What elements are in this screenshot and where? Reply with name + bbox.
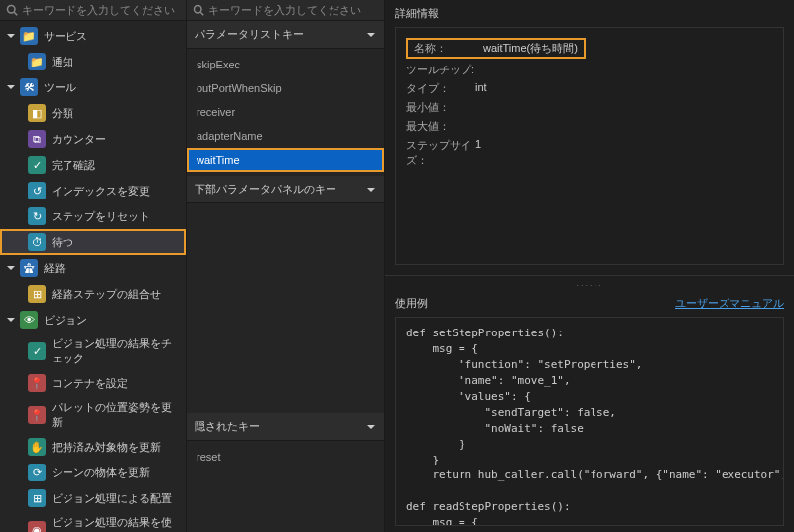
tree-node[interactable]: 📍コンテナを設定 — [0, 370, 186, 396]
chevron-down-icon — [366, 30, 376, 40]
tree-node[interactable]: ↺インデックスを変更 — [0, 178, 186, 203]
tree-node[interactable]: ⏱待つ — [0, 229, 186, 255]
tree-group-header[interactable]: 👁ビジョン — [0, 307, 186, 332]
param-list-title: パラメータリストキー — [195, 27, 304, 42]
node-label: 完了確認 — [52, 158, 95, 173]
detail-section: 詳細情報 名称： waitTime(待ち時間) ツールチップ: タイプ：int … — [385, 0, 794, 276]
sidebar-search[interactable] — [0, 0, 186, 21]
param-item[interactable]: skipExec — [187, 53, 384, 76]
hidden-item[interactable]: reset — [187, 445, 384, 468]
node-icon: ⟳ — [28, 464, 46, 481]
chevron-down-icon — [6, 31, 16, 41]
param-item[interactable]: outPortWhenSkip — [187, 76, 384, 100]
tree-node[interactable]: ⊞ビジョン処理による配置 — [0, 485, 186, 511]
detail-box: 名称： waitTime(待ち時間) ツールチップ: タイプ：int 最小値： … — [395, 27, 784, 265]
node-icon: 📍 — [28, 406, 46, 424]
tree-group-header[interactable]: 🛠ツール — [0, 74, 186, 100]
chevron-down-icon — [366, 185, 376, 195]
node-icon: ◉ — [28, 521, 46, 532]
node-label: パレットの位置姿勢を更新 — [52, 400, 180, 430]
splitter-handle[interactable]: ...... — [385, 276, 794, 290]
svg-line-1 — [14, 12, 17, 15]
node-icon: 📁 — [28, 53, 46, 70]
param-item[interactable]: waitTime — [187, 148, 384, 172]
detail-step-value: 1 — [475, 138, 481, 168]
node-label: シーンの物体を更新 — [52, 466, 150, 480]
detail-type-label: タイプ： — [406, 81, 475, 96]
group-label: 経路 — [44, 261, 66, 276]
example-title: 使用例 — [395, 296, 428, 311]
hidden-keys-header[interactable]: 隠されたキー — [187, 413, 384, 441]
sidebar-search-input[interactable] — [22, 4, 180, 16]
manual-link[interactable]: ユーザーズマニュアル — [675, 296, 784, 311]
hidden-keys-title: 隠されたキー — [195, 419, 260, 434]
search-icon — [193, 4, 204, 16]
example-section: 使用例 ユーザーズマニュアル def setStepProperties(): … — [385, 290, 794, 532]
node-icon: ⊞ — [28, 489, 46, 507]
group-icon: 🛠 — [20, 78, 38, 96]
detail-max-label: 最大値： — [406, 119, 475, 134]
detail-min-label: 最小値： — [406, 100, 475, 115]
param-panel: パラメータリストキー skipExecoutPortWhenSkipreceiv… — [187, 0, 385, 532]
chevron-down-icon — [6, 315, 16, 325]
node-icon: ⊞ — [28, 285, 46, 303]
node-icon: ✋ — [28, 438, 46, 456]
detail-name-value: waitTime(待ち時間) — [483, 41, 578, 56]
tree-node[interactable]: ◉ビジョン処理の結果を使い切る — [0, 511, 186, 532]
group-icon: 👁 — [20, 311, 38, 329]
tree-node[interactable]: 📍パレットの位置姿勢を更新 — [0, 396, 186, 434]
tree-node[interactable]: ⧉カウンター — [0, 126, 186, 152]
tree-group-header[interactable]: 🛣経路 — [0, 255, 186, 281]
node-label: 把持済み対象物を更新 — [52, 440, 161, 455]
node-icon: ✓ — [28, 342, 46, 360]
detail-tooltip-label: ツールチップ: — [406, 63, 475, 77]
detail-title: 詳細情報 — [395, 6, 784, 21]
param-item[interactable]: adapterName — [187, 124, 384, 148]
group-icon: 📁 — [20, 27, 38, 45]
sidebar: 📁サービス📁通知🛠ツール◧分類⧉カウンター✓完了確認↺インデックスを変更↻ステッ… — [0, 0, 187, 532]
param-item[interactable]: receiver — [187, 100, 384, 124]
tree-node[interactable]: ✓完了確認 — [0, 152, 186, 178]
node-label: インデックスを変更 — [52, 184, 150, 199]
tree-node[interactable]: ⊞経路ステップの組合せ — [0, 281, 186, 307]
node-label: ステップをリセット — [52, 209, 150, 224]
lower-param-header[interactable]: 下部パラメータパネルのキー — [187, 176, 384, 203]
node-icon: 📍 — [28, 374, 46, 392]
node-icon: ↻ — [28, 207, 46, 225]
node-label: コンテナを設定 — [52, 376, 128, 391]
param-search-input[interactable] — [208, 4, 378, 16]
detail-step-label: ステップサイズ： — [406, 138, 475, 168]
tree-node[interactable]: ✋把持済み対象物を更新 — [0, 434, 186, 460]
node-icon: ↺ — [28, 182, 46, 200]
node-label: 待つ — [52, 235, 73, 250]
group-label: ツール — [44, 80, 76, 95]
group-label: ビジョン — [44, 313, 87, 328]
chevron-down-icon — [366, 422, 376, 432]
tree-node[interactable]: ⟳シーンの物体を更新 — [0, 460, 186, 485]
node-label: 分類 — [52, 106, 73, 121]
tree-node[interactable]: ✓ビジョン処理の結果をチェック — [0, 332, 186, 370]
group-label: サービス — [44, 29, 87, 44]
param-search[interactable] — [187, 0, 384, 21]
lower-param-title: 下部パラメータパネルのキー — [195, 182, 336, 197]
node-icon: ◧ — [28, 104, 46, 122]
node-label: ビジョン処理の結果を使い切る — [52, 515, 180, 532]
tree-node[interactable]: ↻ステップをリセット — [0, 203, 186, 229]
param-list: skipExecoutPortWhenSkipreceiveradapterNa… — [187, 49, 384, 176]
svg-point-2 — [195, 6, 202, 14]
detail-type-value: int — [475, 81, 487, 96]
tree-node[interactable]: ◧分類 — [0, 100, 186, 126]
tree-node[interactable]: 📁通知 — [0, 49, 186, 74]
node-icon: ⧉ — [28, 130, 46, 148]
example-code[interactable]: def setStepProperties(): msg = { "functi… — [395, 317, 784, 526]
node-label: ビジョン処理の結果をチェック — [52, 336, 180, 366]
detail-name-highlight: 名称： waitTime(待ち時間) — [406, 38, 586, 59]
node-label: ビジョン処理による配置 — [52, 491, 172, 506]
tree-group-header[interactable]: 📁サービス — [0, 23, 186, 49]
node-label: 経路ステップの組合せ — [52, 287, 161, 302]
chevron-down-icon — [6, 82, 16, 92]
node-label: 通知 — [52, 55, 73, 69]
param-list-header[interactable]: パラメータリストキー — [187, 21, 384, 49]
svg-line-3 — [200, 12, 203, 15]
node-icon: ⏱ — [28, 233, 46, 251]
